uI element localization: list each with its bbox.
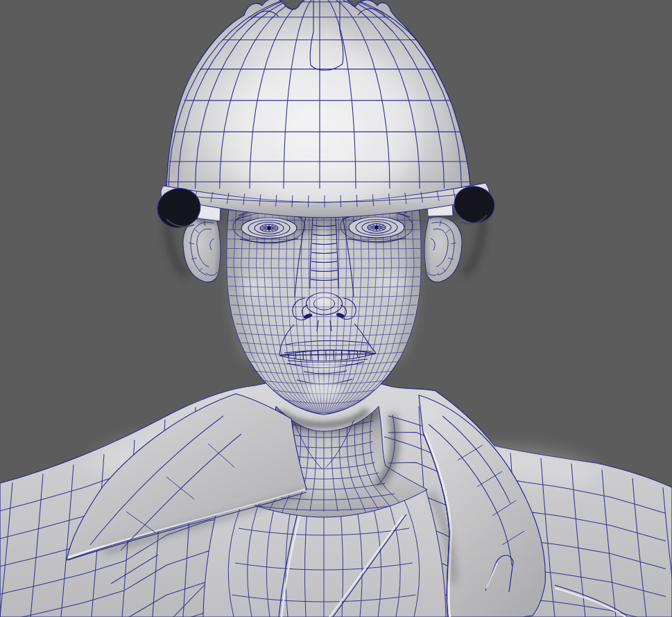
mesh-line — [326, 350, 327, 361]
mesh-line — [236, 15, 347, 62]
mesh-line — [277, 106, 363, 178]
mesh-line — [306, 380, 342, 399]
mesh-line — [318, 351, 319, 361]
iris — [374, 225, 379, 229]
mesh-line — [334, 350, 334, 360]
scene-canvas — [0, 0, 672, 617]
viewport-3d[interactable] — [0, 0, 672, 617]
mesh-line — [306, 361, 342, 370]
mesh-line — [314, 293, 334, 306]
iris — [267, 226, 271, 230]
